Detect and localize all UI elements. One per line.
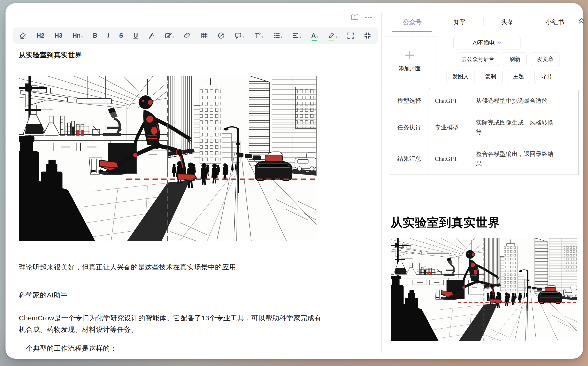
editor-toolbar: H2 H3 Hn▾ B I S U ▾ ▾ ▾ bbox=[13, 28, 378, 44]
table-row: 模型选择 ChatGPT 从候选模型中挑选最合适的 bbox=[390, 90, 579, 112]
article-illustration bbox=[19, 76, 317, 241]
workflow-table: 模型选择 ChatGPT 从候选模型中挑选最合适的 任务执行 专业模型 实际完成… bbox=[390, 90, 579, 175]
bg-color-swatch bbox=[328, 40, 334, 41]
comment-icon[interactable]: ▾ bbox=[235, 32, 244, 39]
chevron-down-icon bbox=[497, 41, 501, 44]
table-cut-row bbox=[390, 88, 579, 90]
plus-icon: + bbox=[405, 48, 414, 63]
collapse-tabs-icon[interactable] bbox=[578, 17, 585, 25]
table-row: 结果汇总 ChatGPT 整合各模型输出，返回最终结果 bbox=[390, 143, 579, 175]
heading2-button[interactable]: H2 bbox=[37, 32, 45, 39]
add-cover-button[interactable]: + 添加封面 bbox=[383, 36, 437, 84]
robot-lab-city-sketch bbox=[391, 238, 577, 341]
tab-gongzhonghao[interactable]: 公众号 bbox=[389, 15, 436, 29]
theme-button[interactable]: 主题 bbox=[507, 70, 530, 83]
table-icon[interactable] bbox=[201, 32, 208, 39]
clear-format-icon[interactable] bbox=[20, 32, 26, 39]
panel-splitter[interactable] bbox=[381, 13, 382, 353]
task-check-icon[interactable] bbox=[218, 32, 225, 39]
font-color-swatch bbox=[311, 40, 318, 41]
app-window: H2 H3 Hn▾ B I S U ▾ ▾ ▾ bbox=[6, 3, 583, 359]
reader-view-icon[interactable] bbox=[351, 14, 359, 21]
caret-down-icon: ▾ bbox=[242, 35, 244, 39]
fullscreen-icon[interactable] bbox=[347, 32, 354, 39]
caret-down-icon: ▾ bbox=[261, 35, 263, 39]
editor-corner-actions bbox=[351, 14, 372, 21]
export-button[interactable]: 导出 bbox=[534, 70, 558, 83]
article-heading[interactable]: 从实验室到真实世界 bbox=[19, 50, 82, 60]
bullet-list-icon[interactable]: ▾ bbox=[273, 32, 282, 39]
publish-image-text-button[interactable]: 发图文 bbox=[446, 70, 475, 83]
action-row-2: 发图文 复制 主题 导出 bbox=[446, 70, 558, 83]
strikethrough-button[interactable]: S bbox=[119, 32, 123, 39]
tab-zhihu[interactable]: 知乎 bbox=[436, 15, 484, 29]
underline-button[interactable]: U bbox=[134, 32, 138, 39]
article-paragraph[interactable]: 科学家的AI助手 bbox=[19, 290, 324, 301]
font-color-button[interactable]: A ▾ bbox=[311, 32, 318, 39]
bold-button[interactable]: B bbox=[93, 32, 98, 39]
goto-backend-button[interactable]: 去公众号后台 bbox=[457, 53, 499, 66]
tab-xiaohongshu[interactable]: 小红书 bbox=[531, 15, 579, 29]
italic-button[interactable]: I bbox=[108, 32, 109, 39]
caret-down-icon: ▾ bbox=[336, 35, 337, 39]
attachment-icon[interactable] bbox=[184, 32, 191, 39]
heading3-button[interactable]: H3 bbox=[55, 32, 63, 39]
caret-down-icon: ▾ bbox=[300, 35, 301, 39]
article-paragraph[interactable]: 一个典型的工作流程是这样的： bbox=[19, 343, 324, 354]
font-size-icon[interactable]: ▾ bbox=[254, 32, 263, 39]
refresh-button[interactable]: 刷新 bbox=[503, 53, 527, 66]
heading-n-button[interactable]: Hn▾ bbox=[72, 32, 83, 39]
ai-model-dropdown[interactable]: AI不插电 bbox=[453, 36, 520, 49]
preview-heading: 从实验室到真实世界 bbox=[390, 215, 500, 231]
publish-article-button[interactable]: 发文章 bbox=[531, 53, 560, 66]
exit-fullscreen-icon[interactable] bbox=[364, 32, 371, 39]
align-icon[interactable]: ▾ bbox=[292, 32, 301, 39]
article-paragraph[interactable]: ChemCrow是一个专门为化学研究设计的智能体。它配备了13个专业工具，可以帮… bbox=[19, 312, 324, 335]
insert-edit-icon[interactable]: ▾ bbox=[165, 32, 174, 39]
caret-down-icon: ▾ bbox=[173, 35, 174, 39]
highlight-pen-icon[interactable] bbox=[148, 32, 155, 39]
more-options-icon[interactable] bbox=[365, 16, 372, 19]
tab-toutiao[interactable]: 头条 bbox=[484, 15, 531, 29]
action-row-1: 去公众号后台 刷新 发文章 bbox=[457, 53, 560, 66]
caret-down-icon: ▾ bbox=[81, 35, 83, 39]
bg-color-button[interactable]: ▾ bbox=[328, 32, 337, 39]
article-paragraph[interactable]: 理论听起来很美好，但真正让人兴奋的是这些技术在真实场景中的应用。 bbox=[19, 261, 324, 273]
preview-illustration bbox=[391, 238, 577, 341]
copy-button[interactable]: 复制 bbox=[479, 70, 502, 83]
platform-tabs: 公众号 知乎 头条 小红书 bbox=[389, 12, 579, 32]
caret-down-icon: ▾ bbox=[317, 35, 318, 39]
robot-lab-city-sketch bbox=[19, 76, 317, 241]
caret-down-icon: ▾ bbox=[281, 35, 282, 39]
table-row: 任务执行 专业模型 实际完成图像生成、风格转换等 bbox=[390, 112, 579, 143]
